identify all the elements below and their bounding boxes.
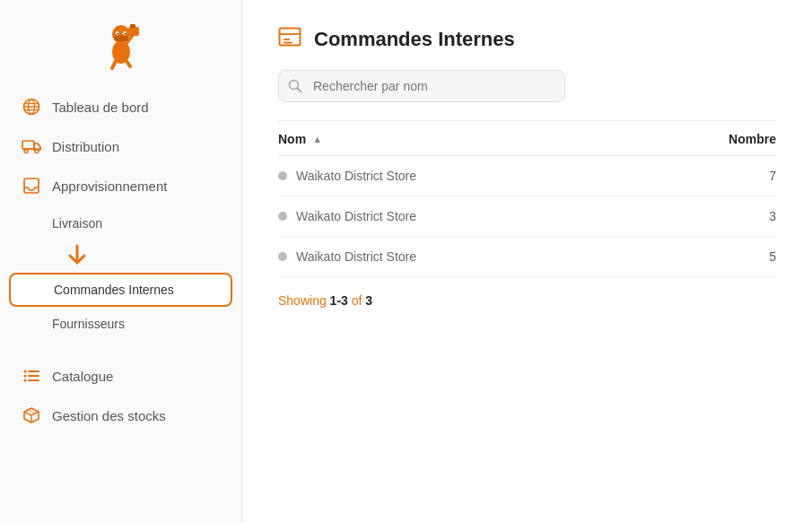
showing-of: of: [348, 293, 365, 308]
status-dot: [278, 171, 287, 180]
showing-text: Showing 1-3 of 3: [278, 293, 776, 308]
box-icon: [22, 405, 41, 425]
svg-point-5: [117, 33, 118, 35]
sidebar-item-label-catalogue: Catalogue: [52, 369, 113, 384]
sidebar-item-catalogue[interactable]: Catalogue: [9, 357, 232, 395]
status-dot: [278, 252, 287, 261]
arrow-indicator: [9, 240, 232, 271]
svg-rect-11: [130, 24, 135, 28]
svg-point-6: [124, 33, 126, 35]
sidebar-item-commandes-internes[interactable]: Commandes Internes: [9, 273, 232, 307]
search-bar: [278, 70, 565, 102]
approvisionnement-subnav: Livraison Commandes Internes Fournisseur…: [0, 208, 241, 339]
sidebar-item-label-approvisionnement: Approvisionnement: [52, 179, 167, 194]
sidebar-item-fournisseurs[interactable]: Fournisseurs: [9, 309, 232, 339]
sidebar-item-label-commandes-internes: Commandes Internes: [54, 283, 174, 297]
column-nom: Nom ▲: [278, 132, 686, 146]
main-content: Commandes Internes Nom ▲ Nombre Waikato …: [242, 0, 812, 523]
row-number: 7: [686, 169, 776, 183]
table-row[interactable]: Waikato District Store 5: [278, 237, 776, 277]
row-name: Waikato District Store: [278, 249, 686, 264]
row-number: 5: [686, 249, 776, 264]
status-dot: [278, 212, 287, 221]
truck-icon: [22, 136, 41, 156]
svg-rect-17: [22, 141, 34, 149]
sidebar-item-distribution[interactable]: Distribution: [9, 127, 232, 165]
sidebar: Tableau de bord Distribution: [0, 0, 242, 523]
sidebar-item-approvisionnement[interactable]: Approvisionnement: [9, 167, 232, 205]
row-number: 3: [686, 209, 776, 223]
row-store-name: Waikato District Store: [296, 249, 416, 264]
logo: [0, 0, 241, 88]
page-title: Commandes Internes: [314, 28, 515, 51]
table-body: Waikato District Store 7 Waikato Distric…: [278, 156, 776, 277]
svg-point-26: [24, 375, 27, 378]
svg-point-27: [24, 379, 27, 382]
sidebar-item-gestion-des-stocks[interactable]: Gestion des stocks: [9, 397, 232, 434]
search-input[interactable]: [278, 70, 565, 102]
arrow-down-icon: [63, 240, 92, 269]
page-header: Commandes Internes: [278, 27, 776, 52]
commandes-internes-icon: [278, 27, 303, 52]
sort-icon[interactable]: ▲: [312, 134, 322, 144]
table-row[interactable]: Waikato District Store 7: [278, 156, 776, 196]
globe-icon: [22, 97, 41, 117]
svg-line-29: [28, 410, 35, 414]
sidebar-item-label-tableau: Tableau de bord: [52, 100, 149, 115]
table-row[interactable]: Waikato District Store 3: [278, 196, 776, 237]
sidebar-item-tableau-de-bord[interactable]: Tableau de bord: [9, 88, 232, 126]
svg-line-32: [298, 89, 301, 92]
sidebar-item-livraison[interactable]: Livraison: [9, 208, 232, 239]
sidebar-item-label-gestion-des-stocks: Gestion des stocks: [52, 408, 166, 423]
sidebar-item-label-livraison: Livraison: [52, 216, 102, 231]
sidebar-nav: Tableau de bord Distribution: [0, 88, 241, 205]
svg-rect-2: [114, 36, 128, 41]
svg-point-18: [24, 150, 28, 153]
row-name: Waikato District Store: [278, 169, 686, 183]
svg-line-8: [127, 61, 130, 66]
sidebar-item-label-fournisseurs: Fournisseurs: [52, 317, 125, 331]
showing-range: 1-3: [330, 293, 348, 308]
search-icon: [288, 79, 302, 93]
list-icon: [22, 366, 41, 386]
sidebar-bottom-nav: Catalogue Gestion des stocks: [0, 357, 241, 434]
row-name: Waikato District Store: [278, 209, 686, 223]
svg-point-19: [35, 150, 39, 153]
sidebar-item-label-distribution: Distribution: [52, 139, 119, 154]
row-store-name: Waikato District Store: [296, 209, 416, 223]
inbox-icon: [22, 176, 41, 196]
row-store-name: Waikato District Store: [296, 169, 416, 183]
svg-point-25: [24, 370, 27, 373]
svg-line-7: [112, 61, 116, 68]
showing-total: 3: [365, 293, 372, 308]
app-logo: [94, 18, 148, 72]
showing-prefix: Showing: [278, 293, 330, 308]
table-header: Nom ▲ Nombre: [278, 121, 776, 156]
column-nombre: Nombre: [686, 132, 776, 146]
